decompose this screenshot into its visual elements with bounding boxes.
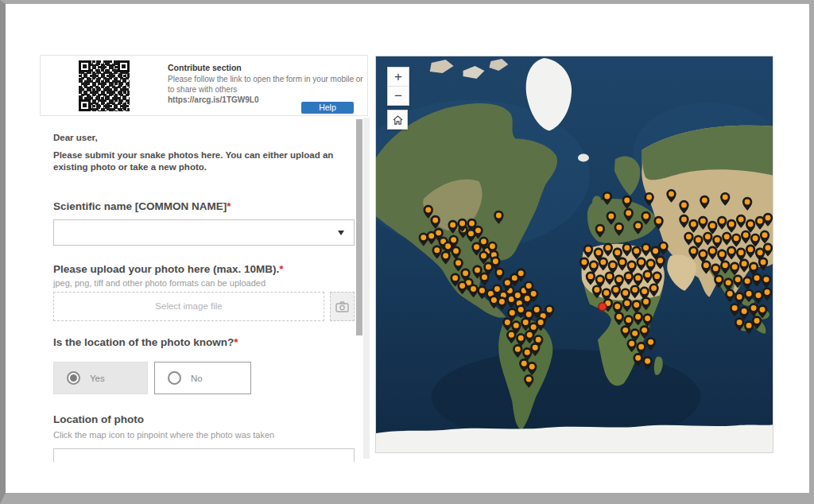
world-map[interactable] <box>376 56 773 452</box>
required-asterisk: * <box>234 336 238 348</box>
required-asterisk: * <box>227 200 231 212</box>
photo-question-label: Please upload your photo here (max. 10MB… <box>53 263 284 275</box>
photo-label-text: Please upload your photo here (max. 10MB… <box>53 263 279 275</box>
contribute-title: Contribute section <box>168 63 365 72</box>
select-image-file-button[interactable]: Select image file <box>53 292 324 321</box>
species-question-label: Scientific name [COMMON NAME]* <box>53 200 231 212</box>
form-scrollbar-track[interactable] <box>363 118 370 459</box>
required-asterisk: * <box>279 263 283 275</box>
zoom-in-button[interactable]: + <box>388 68 409 86</box>
location-input-partial[interactable] <box>53 448 355 462</box>
camera-icon <box>335 301 349 312</box>
instructions-text: Please submit your snake photos here. Yo… <box>53 149 346 173</box>
radio-unselected-icon <box>168 371 181 385</box>
greeting-text: Dear user, <box>53 133 98 142</box>
location-known-label-text: Is the location of the photo known? <box>53 336 234 348</box>
photo-question-hint: jpeg, png, tiff and other photo formats … <box>53 278 266 288</box>
survey-form-panel: Contribute section Please follow the lin… <box>6 4 370 462</box>
help-button[interactable]: Help <box>301 102 354 114</box>
location-question-hint: Click the map icon to pinpoint where the… <box>53 430 274 440</box>
species-select[interactable] <box>53 219 355 246</box>
qr-finder-icon <box>79 99 91 111</box>
contribute-description: Please follow the link to open the form … <box>168 75 365 95</box>
option-no[interactable]: No <box>154 362 251 394</box>
radio-selected-icon <box>67 371 80 385</box>
map-controls: + − <box>387 67 409 130</box>
map-view[interactable]: + − <box>375 56 773 453</box>
home-button[interactable] <box>387 110 408 130</box>
chevron-down-icon <box>338 231 344 235</box>
species-label-text: Scientific name [COMMON NAME] <box>53 200 227 212</box>
location-known-question-label: Is the location of the photo known?* <box>53 336 238 348</box>
location-question-label: Location of photo <box>53 413 144 425</box>
qr-code <box>79 60 130 111</box>
contribute-text-block: Contribute section Please follow the lin… <box>168 63 365 104</box>
screenshot-frame: Contribute section Please follow the lin… <box>0 0 814 504</box>
option-no-label: No <box>191 374 203 383</box>
contribute-card: Contribute section Please follow the lin… <box>40 55 368 116</box>
home-icon <box>393 115 403 125</box>
option-yes[interactable]: Yes <box>53 362 148 394</box>
app-window: Contribute section Please follow the lin… <box>6 4 809 493</box>
qr-finder-icon <box>79 60 91 72</box>
zoom-out-button[interactable]: − <box>388 87 409 105</box>
current-location-dot[interactable] <box>599 303 607 311</box>
camera-button[interactable] <box>330 292 355 321</box>
form-scrollbar-thumb[interactable] <box>356 119 362 335</box>
option-yes-label: Yes <box>90 374 105 383</box>
qr-finder-icon <box>118 60 130 72</box>
